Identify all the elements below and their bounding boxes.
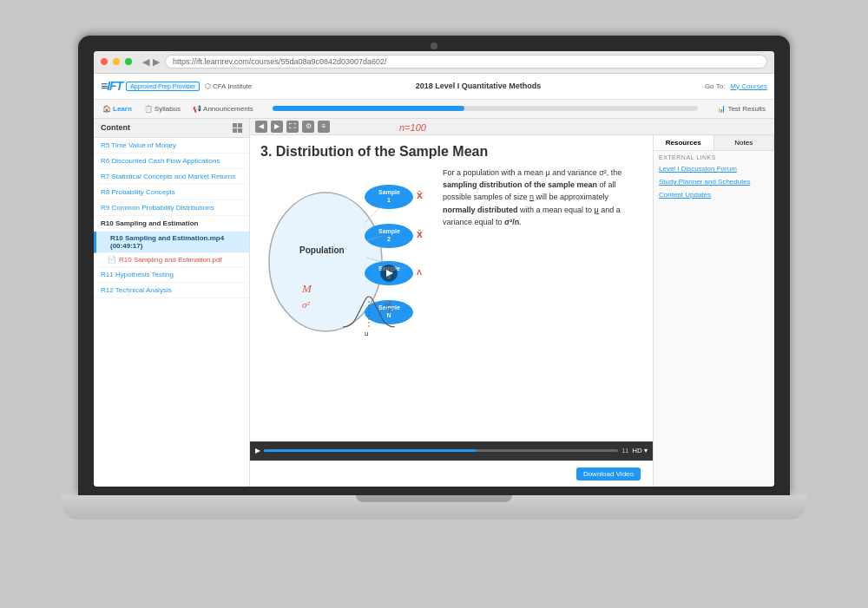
slide-visual: Population M σ² Sample 1 [260,167,434,433]
underline-n: n [529,193,534,201]
svg-text:Λ: Λ [417,268,422,277]
download-area: Download Video [250,461,653,487]
external-links-label: EXTERNAL LINKS [654,151,774,162]
svg-text:μ: μ [365,330,369,336]
sidebar-subitem-video[interactable]: R10 Sampling and Estimation.mp4 (00:49:1… [94,232,249,253]
tab-learn[interactable]: 🏠 Learn [102,105,132,113]
screen-content: ◀ ▶ https://ift.learnrev.com/courses/55d… [94,51,774,487]
sidebar-subitem-pdf[interactable]: 📄 R10 Sampling and Estimation.pdf [94,253,249,267]
rp-link-planner[interactable]: Study Planner and Schedules [654,175,774,188]
pdf-icon: 📄 [108,256,116,264]
svg-text:X̄: X̄ [417,191,423,200]
list-btn[interactable]: ≡ [318,121,330,133]
learn-icon: 🏠 [102,105,111,113]
prev-slide-btn[interactable]: ◀ [255,121,267,133]
go-to-label: Go To: [705,82,725,90]
tab-test-results[interactable]: 📊 Test Results [717,105,766,113]
screen-bezel: ◀ ▶ https://ift.learnrev.com/courses/55d… [78,36,790,495]
tab-announcements[interactable]: 📢 Announcements [193,105,253,113]
play-pause-btn[interactable]: ▶ [255,447,260,454]
underline-mu: μ [595,206,599,214]
my-courses-button[interactable]: My Courses [730,82,767,90]
sidebar-item-r7[interactable]: R7 Statistical Concepts and Market Retur… [94,169,249,185]
sidebar-header: Content [94,119,249,138]
bold-variance: σ²/n [504,218,519,226]
download-video-button[interactable]: Download Video [576,467,641,481]
rp-tab-resources[interactable]: Resources [654,135,714,150]
content-area: ◀ ▶ ⛶ ⚙ ≡ 3. Distribution of the Sample … [250,119,774,487]
video-progress-track[interactable] [264,449,618,452]
cfa-badge: ⬡ CFA Institute [205,82,252,90]
video-time: 11 [621,448,628,454]
rp-tab-notes[interactable]: Notes [714,135,775,150]
slide-title: 3. Distribution of the Sample Mean [260,144,642,160]
svg-text:Sample: Sample [378,189,400,196]
video-controls: ▶ 11 HD ▾ [250,441,653,461]
svg-text:1: 1 [387,197,391,203]
sidebar-item-r10[interactable]: R10 Sampling and Estimation [94,216,249,232]
fullscreen-btn[interactable]: ⛶ [286,121,299,133]
right-panel: Resources Notes EXTERNAL LINKS Level I D… [653,135,774,487]
course-progress-bar [273,106,699,111]
svg-text:Population: Population [299,245,345,255]
sidebar: Content R5 Time Value of Money R6 Discou… [94,119,250,487]
test-results-icon: 📊 [717,105,726,113]
sidebar-item-r12[interactable]: R12 Technical Analysis [94,283,249,298]
laptop-container: ◀ ▶ https://ift.learnrev.com/courses/55d… [61,36,807,573]
nav-tabs: 🏠 Learn 📋 Syllabus 📢 Announcements 📊 Tes… [94,100,774,119]
sidebar-item-r9[interactable]: R9 Common Probability Distributions [94,200,249,216]
app-header: ≡IFT Approved Prep Provider ⬡ CFA Instit… [94,74,774,100]
svg-text:2: 2 [387,236,391,242]
lesson-content: 3. Distribution of the Sample Mean n=100 [250,135,774,487]
svg-text:Sample: Sample [378,228,400,235]
laptop-base [61,495,807,520]
approved-badge: Approved Prep Provider [126,82,200,91]
svg-text:n: n [389,307,392,313]
forward-arrow[interactable]: ▶ [153,56,160,68]
video-section: 3. Distribution of the Sample Mean n=100 [250,135,653,487]
video-progress-fill [264,449,477,452]
announcements-icon: 📢 [193,105,201,113]
sidebar-item-r11[interactable]: R11 Hypothesis Testing [94,267,249,283]
sidebar-item-r6[interactable]: R6 Discounted Cash Flow Applications [94,154,249,169]
svg-text:X̄: X̄ [417,230,423,239]
svg-text:σ²: σ² [302,299,310,310]
course-title: 2018 Level I Quantitative Methods [252,82,705,90]
back-arrow[interactable]: ◀ [142,56,149,68]
laptop-camera [431,42,437,49]
main-layout: Content R5 Time Value of Money R6 Discou… [94,119,774,487]
address-bar[interactable]: https://ift.learnrev.com/courses/55da08a… [165,55,767,69]
bold-sampling: sampling distribution of the sample mean [443,180,597,189]
progress-fill [273,106,464,111]
syllabus-icon: 📋 [144,105,153,113]
sidebar-item-r5[interactable]: R5 Time Value of Money [94,138,249,154]
svg-text:N: N [386,312,391,318]
population-diagram: Population M σ² Sample 1 [260,171,434,339]
url-text: https://ift.learnrev.com/courses/55da08a… [173,57,387,66]
slide-body: Population M σ² Sample 1 [260,167,642,433]
right-panel-tabs: Resources Notes [654,135,774,151]
settings-btn[interactable]: ⚙ [302,121,314,133]
sidebar-item-r8[interactable]: R8 Probability Concepts [94,185,249,200]
rp-link-updates[interactable]: Content Updates [654,188,774,201]
grid-toggle-icon[interactable] [233,123,242,133]
content-tabs-bar: ◀ ▶ ⛶ ⚙ ≡ [250,119,774,135]
minimize-btn[interactable] [113,58,120,65]
close-btn[interactable] [101,58,108,65]
svg-text:M: M [301,282,312,295]
tab-syllabus[interactable]: 📋 Syllabus [144,105,181,113]
next-slide-btn[interactable]: ▶ [271,121,283,133]
hd-btn[interactable]: HD ▾ [632,447,648,454]
slide-area: 3. Distribution of the Sample Mean n=100 [250,135,653,441]
bold-normally: normally distributed [443,206,518,214]
maximize-btn[interactable] [125,58,132,65]
browser-bar: ◀ ▶ https://ift.learnrev.com/courses/55d… [94,51,774,74]
browser-nav: ◀ ▶ [142,56,160,68]
ift-logo: ≡IFT [101,79,122,93]
slide-text: For a population with a mean μ and varia… [443,167,642,433]
population-svg: Population M σ² Sample 1 [260,171,434,336]
rp-link-forum[interactable]: Level I Discussion Forum [654,162,774,175]
